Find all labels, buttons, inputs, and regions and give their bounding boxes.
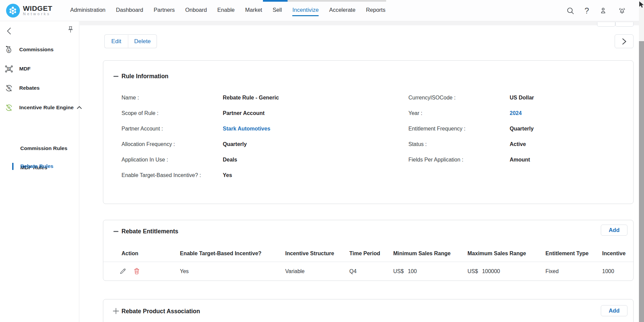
search-icon[interactable] xyxy=(566,6,575,15)
chevron-up-icon xyxy=(77,106,82,109)
column-header: Entitlement Type xyxy=(545,251,589,257)
sidebar-item-incentive-rule-engine[interactable]: % Incentive Rule Engine xyxy=(0,103,79,112)
cell-entitlement-type: Fixed xyxy=(545,268,559,274)
vertical-scrollbar[interactable] xyxy=(639,0,644,322)
add-product-association-button[interactable]: Add xyxy=(601,305,627,316)
sidebar-collapse-chevron-icon[interactable] xyxy=(5,27,13,37)
nav-item-accelerate[interactable]: Accelerate xyxy=(329,5,355,16)
next-record-button[interactable] xyxy=(615,34,634,48)
field-label: CurrencyISOCode : xyxy=(408,95,456,101)
nav-item-onboard[interactable]: Onboard xyxy=(185,5,207,16)
field-value: Quarterly xyxy=(510,126,534,132)
nav-item-partners[interactable]: Partners xyxy=(154,5,175,16)
sidebar-item-label: Incentive Rule Engine xyxy=(19,105,82,111)
year-link[interactable]: 2024 xyxy=(510,110,522,116)
section-title: Rule Information xyxy=(122,73,168,80)
nav-item-administration[interactable]: Administration xyxy=(70,5,106,16)
field-row: Enable Target-Based Incentive? : Yes xyxy=(103,172,634,180)
rebate-entitlements-card: Rebate Entitlements Add Action Enable Ta… xyxy=(103,220,634,281)
chevron-right-icon xyxy=(621,38,627,45)
field-value: US Dollar xyxy=(510,95,534,101)
svg-text:$: $ xyxy=(8,49,9,52)
field-label: Partner Account : xyxy=(122,126,163,132)
edit-button[interactable]: Edit xyxy=(104,34,128,48)
rebate-product-association-card: Rebate Product Association Add xyxy=(103,299,634,322)
sidebar-subitem-rebate-rules[interactable]: Rebate Rules xyxy=(20,163,53,169)
horizontal-scrollbar-thumb[interactable] xyxy=(263,0,288,2)
top-navigation-bar: WIDGET Networks Administration Dashboard… xyxy=(0,0,639,21)
field-value: Deals xyxy=(223,157,237,163)
nav-item-dashboard[interactable]: Dashboard xyxy=(116,5,143,16)
network-dollar-icon: $ xyxy=(4,64,14,74)
edit-row-icon[interactable] xyxy=(119,267,126,276)
field-row: Scope of Rule : Partner Account Year : 2… xyxy=(103,110,634,118)
sidebar-item-label: Commissions xyxy=(19,47,54,53)
svg-text:$: $ xyxy=(8,67,10,70)
section-title: Rebate Product Association xyxy=(122,308,200,315)
field-label: Name : xyxy=(122,95,139,101)
field-row: Allocation Frequency : Quarterly Status … xyxy=(103,141,634,149)
field-value: Partner Account xyxy=(223,110,265,116)
field-value: Quarterly xyxy=(223,141,247,147)
collapse-section-icon[interactable] xyxy=(113,231,118,232)
cell-incentive: 1000 xyxy=(602,268,614,274)
table-row: Yes Variable Q4 US$100 US$100000 Fixed 1… xyxy=(103,262,634,281)
nav-item-reports[interactable]: Reports xyxy=(366,5,385,16)
column-header: Minimum Sales Range xyxy=(393,251,451,257)
delete-button[interactable]: Delete xyxy=(128,34,157,48)
sidebar-subitem-commission-rules[interactable]: Commission Rules xyxy=(20,145,68,151)
collapse-section-icon[interactable] xyxy=(113,76,118,77)
field-label: Application In Use : xyxy=(122,157,168,163)
minimum-value: 100 xyxy=(408,268,417,274)
main-nav: Administration Dashboard Partners Onboar… xyxy=(70,0,385,21)
nav-icon-group: ? xyxy=(566,0,627,21)
notifications-icon[interactable] xyxy=(617,6,627,16)
vertical-scrollbar-thumb[interactable] xyxy=(639,41,644,322)
rule-information-card: Rule Information Name : Rebate Rule - Ge… xyxy=(103,60,634,204)
user-icon[interactable] xyxy=(599,6,608,15)
svg-text:%: % xyxy=(7,106,10,110)
nav-item-incentivize[interactable]: Incentivize xyxy=(292,5,319,16)
nav-item-market[interactable]: Market xyxy=(245,5,262,16)
help-icon[interactable]: ? xyxy=(585,6,589,16)
entitlements-table-header: Action Enable Target-Based Incentive? In… xyxy=(103,246,634,262)
cell-enable-target: Yes xyxy=(180,268,189,274)
column-header: Incentive xyxy=(602,251,625,257)
nav-item-sell[interactable]: Sell xyxy=(273,5,282,16)
delete-row-icon[interactable] xyxy=(134,267,140,276)
add-entitlement-button[interactable]: Add xyxy=(601,225,627,236)
horizontal-scrollbar[interactable] xyxy=(263,0,386,2)
maximum-value: 100000 xyxy=(482,268,500,274)
field-row: Application In Use : Deals Fields Per Ap… xyxy=(103,157,634,164)
field-row: Partner Account : Stark Automotives Enti… xyxy=(103,126,634,133)
sidebar-item-mdf[interactable]: $ MDF xyxy=(0,64,79,74)
nav-item-enable[interactable]: Enable xyxy=(217,5,235,16)
sidebar-item-label: Rebates xyxy=(19,85,39,91)
pin-icon[interactable] xyxy=(67,26,74,36)
sidebar-item-rebates[interactable]: % Rebates xyxy=(0,83,79,93)
pagination-cutoff-cell xyxy=(597,22,615,27)
active-item-indicator xyxy=(12,163,14,170)
brand-name: WIDGET xyxy=(23,5,52,12)
sidebar-item-commissions[interactable]: $ Commissions xyxy=(0,45,79,54)
cell-time-period: Q4 xyxy=(349,268,356,274)
column-header: Enable Target-Based Incentive? xyxy=(180,251,262,257)
field-label: Entitlement Frequency : xyxy=(408,126,465,132)
cell-maximum-sales: US$100000 xyxy=(467,268,500,274)
cell-minimum-sales: US$100 xyxy=(393,268,417,274)
sidebar-item-label: MDF xyxy=(19,66,31,72)
field-label: Allocation Frequency : xyxy=(122,141,175,147)
section-title: Rebate Entitlements xyxy=(122,228,178,235)
expand-section-icon[interactable] xyxy=(113,308,119,316)
sidebar: $ Commissions $ MDF % Reba xyxy=(0,21,79,322)
percent-cycle-green-icon: % xyxy=(4,103,14,112)
field-value: Amount xyxy=(510,157,530,163)
field-label: Scope of Rule : xyxy=(122,110,158,116)
pagination-cutoff-cell xyxy=(615,22,634,27)
mouse-cursor xyxy=(639,1,644,10)
svg-text:%: % xyxy=(7,86,10,90)
scrolled-content-band xyxy=(80,21,639,25)
partner-account-link[interactable]: Stark Automotives xyxy=(223,126,270,132)
column-header: Maximum Sales Range xyxy=(467,251,526,257)
percent-cycle-icon: % xyxy=(4,84,14,93)
